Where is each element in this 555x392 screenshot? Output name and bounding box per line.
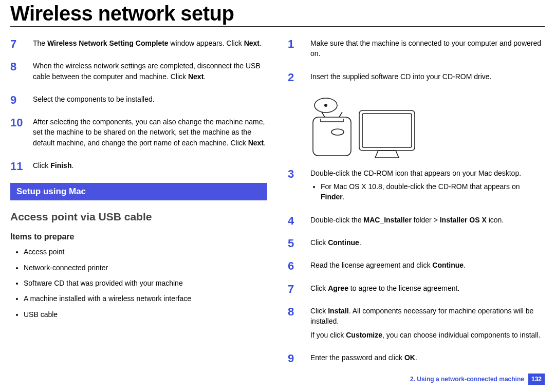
- list-item: A machine installed with a wireless netw…: [24, 293, 267, 304]
- step-text: Click Continue.: [310, 237, 545, 251]
- step-sublist-item: For Mac OS X 10.8, double-click the CD-R…: [321, 181, 545, 202]
- step-number: 2: [288, 71, 310, 83]
- step-paragraph: Double-click the CD-ROM icon that appear…: [310, 168, 545, 178]
- step-paragraph: Read the license agreement and click Con…: [310, 260, 545, 270]
- svg-point-1: [325, 104, 327, 106]
- step-number: 11: [10, 160, 33, 172]
- list-item: Access point: [24, 247, 267, 257]
- step-paragraph: Double-click the MAC_Installer folder > …: [310, 215, 545, 225]
- step: 2Insert the supplied software CD into yo…: [288, 71, 545, 85]
- step-text: Double-click the CD-ROM icon that appear…: [310, 168, 545, 206]
- list-item: USB cable: [24, 309, 267, 320]
- svg-rect-2: [359, 110, 415, 151]
- step-text: When the wireless network settings are c…: [33, 61, 267, 85]
- step-text: Click Agree to agree to the license agre…: [310, 283, 545, 296]
- step-paragraph: Click Finish.: [33, 160, 267, 171]
- step-text: The Wireless Network Setting Complete wi…: [33, 38, 267, 51]
- title-rule: [10, 26, 545, 27]
- step-text: Click Install. All components necessary …: [310, 306, 545, 343]
- page: Wireless network setup 7The Wireless Net…: [0, 0, 555, 392]
- step-paragraph: After selecting the components, you can …: [33, 117, 267, 148]
- step-number: 6: [288, 260, 310, 272]
- step-paragraph: Insert the supplied software CD into you…: [310, 71, 545, 82]
- step: 9Select the components to be installed.: [10, 94, 267, 107]
- step-paragraph: The Wireless Network Setting Complete wi…: [33, 38, 267, 48]
- figure: [310, 94, 418, 161]
- subsection-heading: Access point via USB cable: [10, 211, 267, 223]
- step-paragraph: Click Continue.: [310, 237, 545, 248]
- list-item: Network-connected printer: [24, 263, 267, 273]
- left-steps: 7The Wireless Network Setting Complete w…: [10, 38, 267, 174]
- step-number: 5: [288, 237, 310, 249]
- right-column: 1Make sure that the machine is connected…: [288, 38, 545, 375]
- list-item: Software CD that was provided with your …: [24, 278, 267, 288]
- section-banner: Setup using Mac: [10, 183, 267, 200]
- cd-computer-figure: [310, 94, 418, 161]
- step-text: Make sure that the machine is connected …: [310, 38, 545, 62]
- left-column: 7The Wireless Network Setting Complete w…: [10, 38, 267, 375]
- step: 10After selecting the components, you ca…: [10, 117, 267, 151]
- step: 3Double-click the CD-ROM icon that appea…: [288, 168, 545, 206]
- step-paragraph: When the wireless network settings are c…: [33, 61, 267, 82]
- items-heading: Items to prepare: [10, 232, 267, 241]
- step: 11Click Finish.: [10, 160, 267, 174]
- columns: 7The Wireless Network Setting Complete w…: [10, 38, 545, 375]
- page-title: Wireless network setup: [10, 0, 545, 26]
- step-number: 4: [288, 215, 310, 227]
- step: 1Make sure that the machine is connected…: [288, 38, 545, 62]
- footer-chapter: 2. Using a network-connected machine: [410, 376, 524, 383]
- step: 4Double-click the MAC_Installer folder >…: [288, 215, 545, 228]
- right-steps: 1Make sure that the machine is connected…: [288, 38, 545, 366]
- step-number: 9: [288, 352, 310, 364]
- step-number: 7: [288, 283, 310, 295]
- step-number: 9: [10, 94, 33, 106]
- step-paragraph: Click Install. All components necessary …: [310, 306, 545, 327]
- step-text: Double-click the MAC_Installer folder > …: [310, 215, 545, 228]
- svg-point-4: [331, 129, 344, 135]
- step-text: Select the components to be installed.: [33, 94, 267, 107]
- step-text: Read the license agreement and click Con…: [310, 260, 545, 273]
- footer: 2. Using a network-connected machine 132: [410, 374, 545, 385]
- step-text: Insert the supplied software CD into you…: [310, 71, 545, 85]
- step-number: 8: [10, 61, 33, 72]
- step-number: 7: [10, 38, 33, 50]
- step-paragraph: Make sure that the machine is connected …: [310, 38, 545, 59]
- step: 5Click Continue.: [288, 237, 545, 251]
- step-number: 1: [288, 38, 310, 50]
- step: 8When the wireless network settings are …: [10, 61, 267, 85]
- step-number: 3: [288, 168, 310, 180]
- step-text: After selecting the components, you can …: [33, 117, 267, 151]
- step-paragraph: If you click Customize, you can choose i…: [310, 330, 545, 340]
- step-paragraph: Enter the password and click OK.: [310, 352, 545, 363]
- step: 9Enter the password and click OK.: [288, 352, 545, 366]
- step: 6Read the license agreement and click Co…: [288, 260, 545, 273]
- step-text: Click Finish.: [33, 160, 267, 174]
- step-sublist: For Mac OS X 10.8, double-click the CD-R…: [310, 181, 545, 202]
- items-list: Access pointNetwork-connected printerSof…: [10, 247, 267, 319]
- step: 7Click Agree to agree to the license agr…: [288, 283, 545, 296]
- footer-page-number: 132: [528, 374, 545, 385]
- step-paragraph: Select the components to be installed.: [33, 94, 267, 104]
- step-number: 10: [10, 117, 33, 128]
- step-paragraph: Click Agree to agree to the license agre…: [310, 283, 545, 293]
- svg-rect-3: [362, 114, 412, 147]
- step-number: 8: [288, 306, 310, 318]
- step: 7The Wireless Network Setting Complete w…: [10, 38, 267, 51]
- step: 8Click Install. All components necessary…: [288, 306, 545, 343]
- step-text: Enter the password and click OK.: [310, 352, 545, 366]
